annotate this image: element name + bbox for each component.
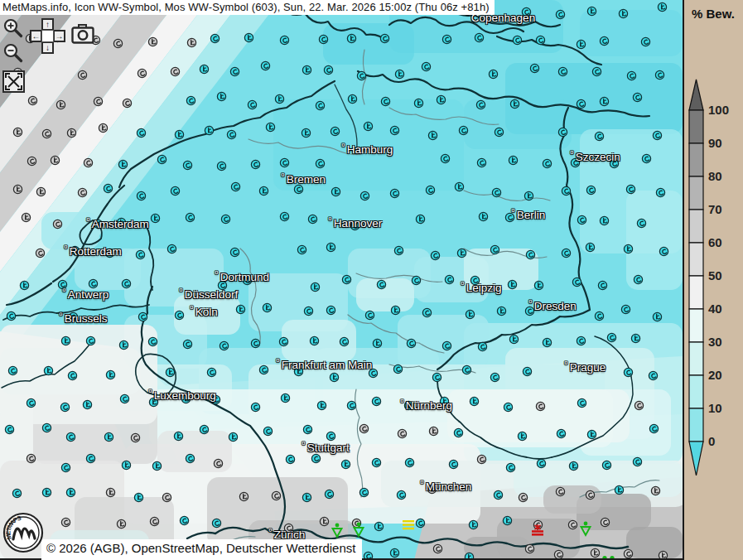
ww-cloud-symbol bbox=[585, 489, 596, 504]
ww-cloud-symbol bbox=[77, 69, 88, 84]
ww-cloud-symbol bbox=[309, 335, 320, 350]
pan-left-button[interactable]: ← bbox=[30, 30, 42, 42]
ww-cloud-symbol bbox=[216, 90, 227, 105]
ww-cloud-symbol bbox=[262, 302, 273, 316]
city-label: °Bremen bbox=[281, 173, 326, 186]
city-label: °Brussels bbox=[59, 312, 108, 325]
city-name: Berlin bbox=[517, 209, 546, 221]
ww-cloud-symbol bbox=[174, 309, 185, 324]
ww-cloud-symbol bbox=[488, 68, 499, 83]
ww-cloud-symbol bbox=[458, 124, 469, 139]
ww-cloud-symbol bbox=[67, 369, 78, 384]
ww-cloud-symbol bbox=[512, 34, 523, 49]
zoom-out-button[interactable] bbox=[2, 42, 24, 64]
ww-cloud-symbol bbox=[522, 365, 533, 380]
ww-cloud-symbol bbox=[27, 94, 38, 109]
ww-cloud-symbol bbox=[623, 366, 634, 381]
ww-cloud-symbol bbox=[315, 157, 326, 172]
ww-cloud-symbol bbox=[507, 278, 518, 293]
ww-cloud-symbol bbox=[649, 422, 659, 437]
ww-cloud-symbol bbox=[185, 211, 195, 226]
ww-cloud-symbol bbox=[557, 126, 568, 141]
city-label: °Hamburg bbox=[341, 143, 393, 156]
pan-right-button[interactable]: → bbox=[53, 30, 65, 42]
ww-cloud-symbol bbox=[359, 190, 370, 205]
ww-cloud-symbol bbox=[229, 246, 240, 261]
ww-cloud-symbol bbox=[173, 430, 184, 445]
ww-cloud-symbol bbox=[137, 67, 147, 82]
ww-cloud-symbol bbox=[307, 213, 318, 228]
pan-down-button[interactable]: ↓ bbox=[41, 41, 54, 54]
ww-cloud-symbol bbox=[561, 247, 572, 262]
fullscreen-button[interactable] bbox=[2, 70, 25, 93]
ww-cloud-symbol bbox=[326, 304, 336, 319]
ww-cloud-symbol bbox=[213, 457, 224, 472]
zoom-in-button[interactable] bbox=[2, 17, 24, 39]
ww-cloud-symbol bbox=[585, 241, 596, 256]
ww-cloud-symbol bbox=[250, 158, 261, 173]
ww-cloud-symbol bbox=[517, 430, 528, 445]
ww-cloud-symbol bbox=[518, 491, 528, 506]
ww-cloud-symbol bbox=[319, 515, 330, 530]
ww-cloud-symbol bbox=[600, 516, 610, 531]
ww-cloud-symbol bbox=[19, 279, 30, 294]
ww-cloud-symbol bbox=[118, 158, 128, 173]
ww-cloud-symbol bbox=[529, 62, 540, 77]
ww-cloud-symbol bbox=[634, 399, 644, 414]
legend-tick-label: 20 bbox=[708, 368, 741, 382]
ww-cloud-symbol bbox=[654, 69, 665, 84]
ww-cloud-symbol bbox=[43, 364, 54, 379]
ww-cloud-symbol bbox=[556, 427, 567, 442]
ww-cloud-symbol bbox=[393, 363, 403, 378]
expand-arrows-icon bbox=[5, 73, 22, 90]
pan-up-button[interactable]: ↑ bbox=[41, 18, 54, 31]
ww-cloud-symbol bbox=[606, 331, 617, 346]
ww-cloud-symbol bbox=[85, 335, 96, 350]
ww-cloud-symbol bbox=[476, 157, 487, 171]
ww-cloud-symbol bbox=[468, 519, 479, 533]
ww-cloud-symbol bbox=[118, 339, 129, 354]
ww-cloud-symbol bbox=[648, 369, 659, 384]
ww-cloud-symbol bbox=[26, 397, 36, 412]
ww-cloud-symbol bbox=[239, 490, 249, 505]
ww-cloud-symbol bbox=[135, 249, 146, 263]
snapshot-button[interactable] bbox=[71, 24, 94, 44]
ww-cloud-symbol bbox=[250, 401, 261, 416]
ww-cloud-symbol bbox=[421, 60, 432, 75]
ww-cloud-symbol bbox=[436, 94, 446, 109]
city-marker: ° bbox=[64, 244, 68, 255]
city-name: Stuttgart bbox=[307, 442, 350, 454]
ww-cloud-symbol bbox=[36, 186, 46, 200]
ww-cloud-symbol bbox=[652, 311, 663, 326]
ww-cloud-symbol bbox=[618, 7, 629, 22]
ww-cloud-symbol bbox=[440, 152, 451, 167]
ww-cloud-symbol bbox=[371, 456, 382, 471]
ww-cloud-symbol bbox=[119, 393, 130, 408]
ww-cloud-symbol bbox=[297, 244, 307, 258]
ww-cloud-symbol bbox=[211, 517, 222, 532]
ww-cloud-symbol bbox=[12, 183, 23, 198]
ww-cloud-symbol bbox=[323, 64, 334, 79]
ww-cloud-symbol bbox=[359, 486, 369, 501]
city-marker: ° bbox=[341, 142, 345, 153]
ww-cloud-symbol bbox=[586, 5, 597, 20]
legend-tick-label: 10 bbox=[708, 401, 741, 415]
map-canvas[interactable]: °Copenhagen°Hamburg°Szczecin°Bremen°Berl… bbox=[0, 0, 683, 560]
legend-tick-label: 80 bbox=[708, 169, 741, 183]
ww-cloud-symbol bbox=[567, 519, 578, 533]
ww-cloud-symbol bbox=[346, 32, 357, 47]
ww-cloud-symbol bbox=[576, 38, 586, 53]
ww-cloud-symbol bbox=[41, 128, 52, 142]
ww-cloud-symbol bbox=[496, 305, 507, 320]
legend-tick-label: 40 bbox=[708, 302, 741, 316]
ww-cloud-symbol bbox=[339, 336, 350, 350]
ww-cloud-symbol bbox=[165, 366, 176, 381]
ww-cloud-symbol bbox=[258, 185, 269, 200]
city-marker: ° bbox=[564, 360, 568, 371]
ww-cloud-symbol bbox=[220, 213, 231, 228]
ww-cloud-symbol bbox=[216, 160, 227, 175]
ww-cloud-symbol bbox=[7, 364, 18, 379]
ww-cloud-symbol bbox=[98, 122, 109, 137]
ww-cloud-symbol bbox=[389, 547, 400, 560]
ww-cloud-symbol bbox=[525, 249, 536, 263]
